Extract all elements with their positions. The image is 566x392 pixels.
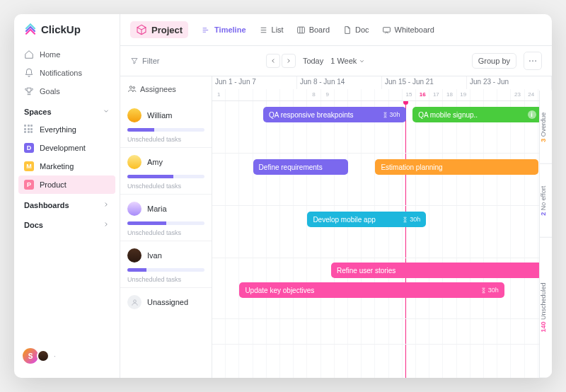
timeline-row — [212, 319, 552, 345]
assignee-maria[interactable]: Maria Unscheduled tasks — [120, 195, 212, 241]
space-badge-development: D — [24, 143, 34, 153]
user-avatars[interactable]: S · — [14, 342, 120, 369]
unscheduled-segment[interactable]: 140 Unscheduled — [540, 238, 552, 379]
task-label: Update key objectives — [245, 287, 314, 294]
next-button[interactable] — [282, 54, 296, 68]
day-row: 1891516171819232425 — [212, 89, 552, 100]
day-label — [375, 89, 388, 100]
unscheduled-label: Unscheduled tasks — [127, 183, 204, 190]
svg-rect-0 — [297, 27, 304, 33]
task-estimate: 30h — [402, 216, 420, 223]
day-label — [253, 89, 267, 100]
week-row: Jun 1 - Jun 7 Jun 8 - Jun 14 Jun 15 - Ju… — [212, 76, 552, 89]
sidebar-item-everything[interactable]: Everything — [14, 120, 120, 139]
task-estimation-planning[interactable]: Estimation planning — [375, 159, 538, 175]
nav-notifications[interactable]: Notifications — [20, 64, 114, 82]
brand-name: ClickUp — [41, 23, 81, 35]
assignee-unassigned[interactable]: Unassigned — [120, 288, 212, 316]
avatar — [127, 108, 142, 122]
day-label — [470, 89, 484, 100]
nav-goals[interactable]: Goals — [20, 82, 114, 100]
task-qa-mobile[interactable]: QA mobile signup.. i — [412, 107, 541, 122]
prev-button[interactable] — [266, 54, 280, 68]
day-label: 19 — [457, 89, 470, 100]
space-label: Marketing — [40, 162, 74, 171]
task-define-requirements[interactable]: Define requirements — [253, 159, 348, 175]
bell-icon — [24, 68, 34, 78]
capacity-bar — [127, 128, 204, 132]
task-develop-mobile[interactable]: Develop mobile app 30h — [307, 212, 426, 227]
view-whiteboard[interactable]: Whiteboard — [377, 22, 439, 38]
sidebar-item-product[interactable]: P Product — [18, 175, 115, 194]
unscheduled-label: Unscheduled tasks — [127, 276, 204, 283]
svg-point-2 — [529, 60, 531, 62]
ellipsis-icon — [528, 56, 538, 66]
spaces-title: Spaces — [24, 108, 52, 116]
spaces-header[interactable]: Spaces — [14, 100, 120, 120]
today-button[interactable]: Today — [303, 57, 323, 65]
view-board[interactable]: Board — [291, 22, 335, 38]
home-icon — [24, 50, 34, 59]
groupby-button[interactable]: Group by — [472, 53, 516, 69]
date-pager — [266, 54, 296, 68]
assignee-ivan[interactable]: Ivan Unscheduled tasks — [120, 241, 212, 288]
hourglass-icon — [402, 217, 408, 223]
nav-notifications-label: Notifications — [40, 69, 82, 77]
groupby-label: Group by — [478, 57, 510, 65]
assignee-william[interactable]: William Unscheduled tasks — [120, 101, 212, 148]
day-label: 16 — [416, 89, 429, 100]
week-label: Jun 23 - Jun — [467, 76, 552, 89]
current-user-avatar[interactable]: S — [23, 348, 38, 364]
assignee-name: Amy — [147, 158, 163, 166]
timeline-row: QA responsive breakpoints 30h QA mobile … — [212, 101, 552, 154]
range-dropdown[interactable]: 1 Week — [330, 57, 365, 65]
sidebar-item-development[interactable]: D Development — [14, 139, 120, 157]
view-doc[interactable]: Doc — [337, 22, 374, 38]
dashboards-header[interactable]: Dashboards — [14, 194, 120, 214]
nav-home[interactable]: Home — [20, 45, 114, 64]
assignees-label: Assignees — [140, 85, 176, 93]
svg-point-6 — [133, 87, 135, 89]
project-chip[interactable]: Project — [130, 21, 188, 38]
day-label — [497, 89, 511, 100]
view-label: Board — [309, 25, 330, 34]
task-refine-stories[interactable]: Refine user stories — [331, 263, 542, 278]
toolbar: Filter Today 1 Week Group by — [120, 46, 552, 76]
assignee-amy[interactable]: Amy Unscheduled tasks — [120, 148, 212, 195]
more-button[interactable] — [524, 52, 542, 70]
assignees-column-header[interactable]: Assignees — [120, 76, 212, 101]
date-header: Jun 1 - Jun 7 Jun 8 - Jun 14 Jun 15 - Ju… — [212, 76, 552, 101]
timeline-grid[interactable]: QA responsive breakpoints 30h QA mobile … — [212, 101, 552, 378]
status-sidebar: 3 Overdue 2 No effort 140 Unscheduled — [539, 91, 552, 378]
team-avatar[interactable] — [37, 350, 50, 362]
week-label: Jun 15 - Jun 21 — [382, 76, 467, 89]
view-timeline[interactable]: Timeline — [197, 22, 250, 38]
task-label: QA mobile signup.. — [418, 111, 478, 119]
svg-point-4 — [535, 60, 536, 62]
capacity-bar — [127, 221, 204, 225]
timeline-row: Refine user stories Update key objective… — [212, 258, 552, 319]
sidebar: ClickUp Home Notifications Goals Spaces … — [14, 14, 120, 378]
svg-point-5 — [129, 86, 132, 88]
clickup-logo-icon — [24, 23, 37, 35]
timeline-header: Assignees Jun 1 - Jun 7 Jun 8 - Jun 14 J… — [120, 76, 552, 101]
sidebar-item-marketing[interactable]: M Marketing — [14, 157, 120, 175]
view-list[interactable]: List — [254, 22, 289, 38]
brand[interactable]: ClickUp — [14, 23, 120, 45]
noeffort-segment[interactable]: 2 No effort — [540, 164, 552, 238]
filter-button[interactable]: Filter — [130, 57, 159, 65]
unscheduled-label: Unscheduled tasks — [127, 229, 204, 236]
avatar — [127, 155, 142, 169]
nav-goals-label: Goals — [40, 87, 60, 96]
task-label: Estimation planning — [381, 163, 442, 171]
task-label: Define requirements — [259, 163, 323, 171]
timeline-row: Develop mobile app 30h — [212, 206, 552, 258]
task-update-objectives[interactable]: Update key objectives 30h — [239, 282, 504, 298]
overdue-segment[interactable]: 3 Overdue — [540, 91, 552, 164]
day-label: 23 — [511, 89, 524, 100]
timeline-row: Define requirements Estimation planning — [212, 154, 552, 206]
filter-label: Filter — [142, 57, 159, 65]
task-qa-breakpoints[interactable]: QA responsive breakpoints 30h — [263, 107, 406, 122]
primary-nav: Home Notifications Goals — [14, 45, 120, 100]
docs-header[interactable]: Docs — [14, 214, 120, 234]
